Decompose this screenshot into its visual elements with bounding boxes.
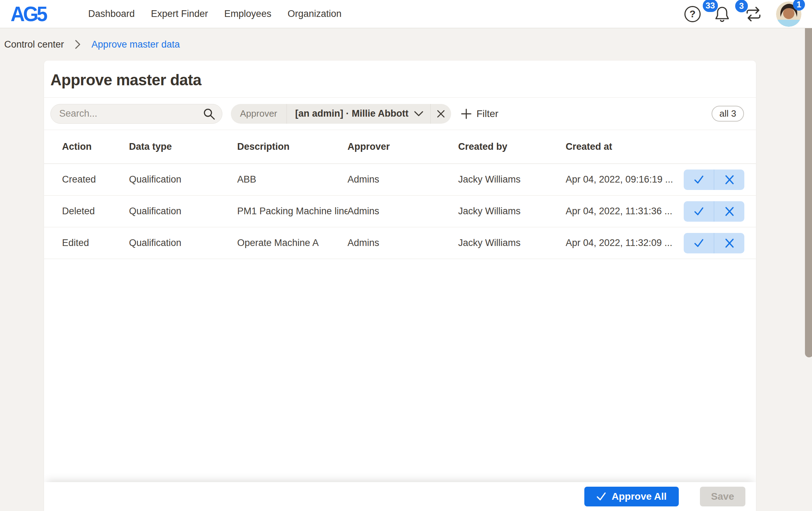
row-actions bbox=[684, 170, 744, 190]
user-menu[interactable]: 1 bbox=[776, 1, 801, 27]
search-icon[interactable] bbox=[203, 108, 215, 120]
toolbar: Approver [an admin] · Millie Abbott bbox=[44, 98, 756, 130]
card-title-row: Approve master data bbox=[44, 61, 756, 98]
x-icon bbox=[725, 175, 734, 185]
count-badge[interactable]: all 3 bbox=[712, 106, 744, 122]
cell-action: Deleted bbox=[62, 206, 129, 217]
cell-description: Operate Machine A bbox=[237, 238, 347, 248]
table-row: Edited Qualification Operate Machine A A… bbox=[44, 227, 756, 259]
nav-item-dashboard[interactable]: Dashboard bbox=[88, 8, 135, 19]
column-header-action: Action bbox=[62, 141, 129, 152]
ag5-logo[interactable]: AG5 bbox=[11, 2, 46, 26]
approve-row-button[interactable] bbox=[684, 170, 714, 190]
table-body: Created Qualification ABB Admins Jacky W… bbox=[44, 164, 756, 259]
filter-chip-approver: Approver [an admin] · Millie Abbott bbox=[231, 104, 451, 124]
close-icon bbox=[437, 110, 445, 118]
x-icon bbox=[725, 238, 734, 248]
notifications-button[interactable]: 33 bbox=[713, 5, 731, 23]
table-row: Created Qualification ABB Admins Jacky W… bbox=[44, 164, 756, 196]
scrollbar[interactable] bbox=[805, 23, 812, 357]
cell-created-by: Jacky Williams bbox=[458, 174, 566, 185]
add-filter-label: Filter bbox=[476, 108, 498, 119]
cell-data-type: Qualification bbox=[129, 238, 237, 248]
cell-description: PM1 Packing Machine line bbox=[237, 206, 347, 217]
notifications-badge: 33 bbox=[703, 0, 718, 12]
row-actions bbox=[684, 233, 744, 253]
avatar-badge: 1 bbox=[793, 0, 805, 11]
breadcrumb-current[interactable]: Approve master data bbox=[92, 39, 180, 50]
table-header-row: Action Data type Description Approver Cr… bbox=[44, 130, 756, 164]
x-icon bbox=[725, 207, 734, 216]
cell-data-type: Qualification bbox=[129, 174, 237, 185]
search-input[interactable] bbox=[50, 104, 222, 124]
filter-chip-value-dropdown[interactable]: [an admin] · Millie Abbott bbox=[287, 108, 430, 119]
filter-chip-value: [an admin] · Millie Abbott bbox=[295, 108, 408, 119]
page-title: Approve master data bbox=[50, 71, 750, 89]
cell-created-at: Apr 04, 2022, 11:32:09 ... bbox=[566, 238, 681, 248]
cell-action: Edited bbox=[62, 238, 129, 248]
approve-row-button[interactable] bbox=[684, 233, 714, 253]
help-icon: ? bbox=[684, 6, 701, 22]
check-icon bbox=[694, 175, 704, 185]
add-filter-button[interactable]: Filter bbox=[461, 108, 498, 119]
main-nav: Dashboard Expert Finder Employees Organi… bbox=[88, 8, 342, 19]
check-icon bbox=[694, 238, 704, 248]
breadcrumb: Control center Approve master data bbox=[0, 28, 812, 61]
chevron-down-icon bbox=[414, 111, 423, 117]
cell-approver: Admins bbox=[347, 174, 458, 185]
approve-row-button[interactable] bbox=[684, 201, 714, 222]
column-header-approver: Approver bbox=[347, 141, 458, 152]
cell-created-by: Jacky Williams bbox=[458, 206, 566, 217]
filter-chip-label: Approver bbox=[231, 108, 287, 119]
help-button[interactable]: ? bbox=[684, 6, 701, 22]
cell-created-at: Apr 04, 2022, 09:16:19 ... bbox=[566, 174, 681, 185]
cell-created-by: Jacky Williams bbox=[458, 238, 566, 248]
reject-row-button[interactable] bbox=[714, 170, 744, 190]
breadcrumb-parent[interactable]: Control center bbox=[4, 39, 64, 50]
footer-bar: Approve All Save bbox=[44, 482, 756, 511]
check-icon bbox=[694, 207, 704, 216]
reject-row-button[interactable] bbox=[714, 233, 744, 253]
check-icon bbox=[596, 492, 606, 501]
reject-row-button[interactable] bbox=[714, 201, 744, 222]
nav-item-employees[interactable]: Employees bbox=[224, 8, 271, 19]
nav-item-organization[interactable]: Organization bbox=[288, 8, 342, 19]
plus-icon bbox=[461, 109, 472, 119]
sync-button[interactable]: 3 bbox=[744, 5, 763, 23]
nav-item-expert-finder[interactable]: Expert Finder bbox=[151, 8, 208, 19]
approvals-table: Action Data type Description Approver Cr… bbox=[44, 130, 756, 259]
cell-description: ABB bbox=[237, 174, 347, 185]
column-header-created-at: Created at bbox=[566, 141, 681, 152]
app-header: AG5 Dashboard Expert Finder Employees Or… bbox=[0, 0, 812, 28]
cell-action: Created bbox=[62, 174, 129, 185]
cell-created-at: Apr 04, 2022, 11:31:36 ... bbox=[566, 206, 681, 217]
header-actions: ? 33 3 1 bbox=[684, 1, 801, 27]
sync-badge: 3 bbox=[735, 0, 748, 12]
approve-all-button[interactable]: Approve All bbox=[584, 487, 679, 506]
column-header-created-by: Created by bbox=[458, 141, 566, 152]
column-header-description: Description bbox=[237, 141, 347, 152]
cell-data-type: Qualification bbox=[129, 206, 237, 217]
cell-approver: Admins bbox=[347, 206, 458, 217]
save-button[interactable]: Save bbox=[700, 487, 745, 506]
search-wrap bbox=[50, 104, 222, 124]
table-row: Deleted Qualification PM1 Packing Machin… bbox=[44, 196, 756, 227]
approve-master-data-card: Approve master data Approver [an admin] … bbox=[44, 61, 756, 511]
row-actions bbox=[684, 201, 744, 222]
cell-approver: Admins bbox=[347, 238, 458, 248]
column-header-data-type: Data type bbox=[129, 141, 237, 152]
approve-all-label: Approve All bbox=[612, 491, 667, 502]
remove-filter-button[interactable] bbox=[431, 104, 451, 124]
breadcrumb-chevron-icon bbox=[75, 39, 81, 49]
